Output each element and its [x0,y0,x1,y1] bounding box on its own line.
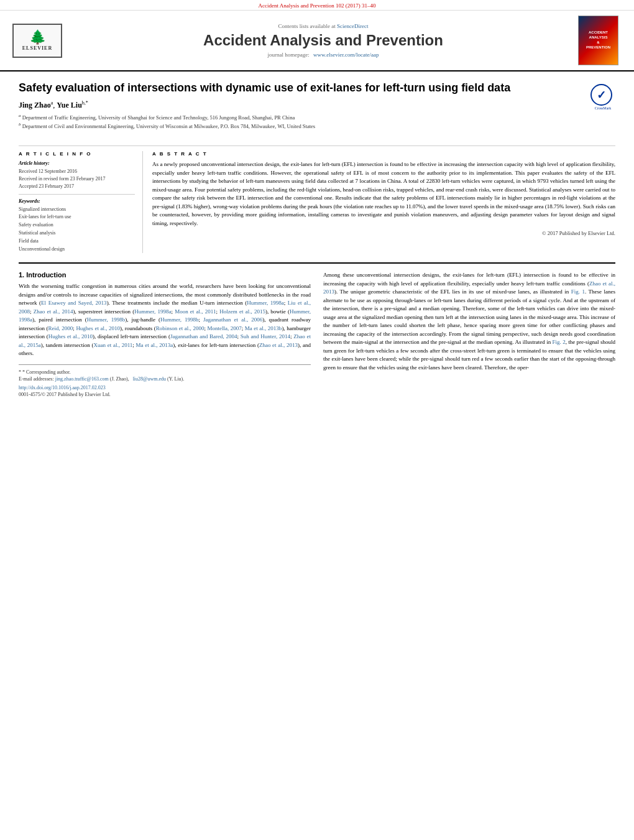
revised-date: Received in revised form 23 February 201… [19,175,135,182]
info-abstract-section: A R T I C L E I N F O Article history: R… [19,145,615,253]
ref-zhao-2014[interactable]: Zhao et al., 2014 [34,308,73,315]
journal-bar: Accident Analysis and Prevention 102 (20… [0,0,634,11]
email2-link[interactable]: liu28@uwm.edu [133,376,166,382]
ref-el-esawey[interactable]: El Esawey and Sayed, 2013 [41,300,107,306]
ref-hummer-1998a-2[interactable]: Hummer, 1998a [134,308,171,315]
homepage-link[interactable]: www.elsevier.com/locate/aap [313,52,379,58]
homepage-line: journal homepage: www.elsevier.com/locat… [68,52,578,58]
crossmark-symbol: ✓ [597,88,606,102]
ref-reid-2000[interactable]: Reid, 2000 [48,325,73,331]
ref-hummer-1998b-1[interactable]: Hummer, 1998b [87,316,125,323]
ref-fig1[interactable]: Fig. 1 [571,288,585,295]
tree-icon: 🌲 [29,30,46,44]
intro-para-1: With the worsening traffic congestion in… [19,282,311,358]
ref-jagannathan-2006[interactable]: Jagannathan et al., 2006 [203,316,262,323]
ref-montella-2007[interactable]: Montella, 2007 [207,325,241,331]
keyword-5: Field data [19,238,135,246]
ref-moon-2011[interactable]: Moon et al., 2011 [175,308,216,315]
email-label: E-mail addresses: [19,376,54,382]
corresponding-author-note: * * Corresponding author. [19,369,311,376]
ref-hughes-2010-2[interactable]: Hughes et al., 2010 [48,333,93,339]
ref-suh-hunter[interactable]: Suh and Hunter, 2014 [241,333,290,339]
body-col-right: Among these unconventional intersection … [323,271,615,397]
body-columns: 1. Introduction With the worsening traff… [19,271,615,397]
journal-title: Accident Analysis and Prevention [68,32,578,49]
email2-attribution: (Y. Liu). [167,376,184,382]
authors-line: Jing Zhaoa, Yue Liub,* [19,100,584,110]
corresponding-label: * Corresponding author. [22,369,71,375]
ref-zhao-2013-1[interactable]: Zhao et al., 2013 [259,342,298,348]
keyword-6: Unconventional design [19,246,135,254]
email1-attribution: (J. Zhao), [110,376,129,382]
aff-a-text: Department of Traffic Engineering, Unive… [22,114,295,121]
article-history-title: Article history: [19,160,135,166]
ref-jagannathan-bared[interactable]: Jagannathan and Bared, 2004 [170,333,237,339]
ref-hughes-2010-1[interactable]: Hughes et al., 2010 [76,325,120,331]
section-1-number: 1. [19,271,26,279]
body-divider [19,262,615,264]
abstract-col: A B S T R A C T As a newly proposed unco… [152,151,615,253]
elsevier-wordmark: ELSEVIER [22,45,52,51]
abstract-heading: A B S T R A C T [152,151,615,157]
sciencedirect-link[interactable]: ScienceDirect [337,23,368,29]
journal-citation: Accident Analysis and Prevention 102 (20… [259,2,376,9]
header-section: 🌲 ELSEVIER Contents lists available at S… [0,11,634,72]
cover-image: ACCIDENTANALYSIS&PREVENTION [578,16,618,65]
author-1-sup: a [51,100,53,106]
keyword-2: Exit-lanes for left-turn use [19,213,135,221]
cover-text: ACCIDENTANALYSIS&PREVENTION [586,30,610,50]
ref-fig2[interactable]: Fig. 2 [553,339,566,345]
footnote-section: * * Corresponding author. E-mail address… [19,364,311,397]
article-title-section: Safety evaluation of intersections with … [19,81,615,139]
header-center: Contents lists available at ScienceDirec… [68,23,578,58]
doi-link[interactable]: http://dx.doi.org/10.1016/j.aap.2017.02.… [19,385,311,390]
crossmark-circle: ✓ [590,84,612,106]
received-date: Received 12 September 2016 [19,168,135,175]
main-content: Safety evaluation of intersections with … [0,72,634,407]
section-1-label: Introduction [26,271,66,279]
ref-hummer-1998a-1[interactable]: Hummer, 1998a [247,300,283,306]
author-2-name: Yue Liu [57,101,82,109]
abstract-copyright: © 2017 Published by Elsevier Ltd. [152,230,615,236]
section-1-title: 1. Introduction [19,271,311,279]
aff-b-text: Department of Civil and Environmental En… [22,123,315,129]
accepted-date: Accepted 23 February 2017 [19,183,135,190]
aff-a-letter: a [19,113,21,118]
author-2-sup: b,* [82,100,88,106]
crossmark-label: CrossMark [590,106,615,110]
author-1-name: Jing Zhao [19,101,51,109]
affiliation-a: a Department of Traffic Engineering, Uni… [19,113,584,121]
contents-label: Contents lists available at [278,23,336,29]
ref-holzem-2015[interactable]: Holzem et al., 2015 [219,308,265,315]
doi-text: http://dx.doi.org/10.1016/j.aap.2017.02.… [19,385,106,390]
ref-xuan-2011[interactable]: Xuan et al., 2011 [94,342,133,348]
journal-cover: ACCIDENTANALYSIS&PREVENTION [578,16,622,65]
ref-robinson-2000[interactable]: Robinson et al., 2000 [156,325,204,331]
email1-link[interactable]: jing.zhao.traffic@163.com [55,376,109,382]
article-info-heading: A R T I C L E I N F O [19,151,135,157]
contents-line: Contents lists available at ScienceDirec… [68,23,578,29]
ref-ma-2013a[interactable]: Ma et al., 2013a [136,342,173,348]
intro-para-2: Among these unconventional intersection … [323,271,615,372]
body-col-left: 1. Introduction With the worsening traff… [19,271,311,397]
authors-section: Jing Zhaoa, Yue Liub,* a Department of T… [19,100,584,129]
abstract-text: As a newly proposed unconventional inter… [152,160,615,228]
logo-box: 🌲 ELSEVIER [12,24,62,58]
aff-b-letter: b [19,122,21,127]
article-title-text: Safety evaluation of intersections with … [19,81,584,134]
page: Accident Analysis and Prevention 102 (20… [0,0,634,840]
keywords-title: Keywords: [19,198,135,204]
email-footnote: E-mail addresses: jing.zhao.traffic@163.… [19,376,311,382]
footer-copyright: 0001-4575/© 2017 Published by Elsevier L… [19,392,311,397]
info-divider [19,194,135,195]
ref-hummer-1998b-2[interactable]: Hummer, 1998b [160,316,198,323]
keywords-list: Signalized intersections Exit-lanes for … [19,206,135,254]
keyword-1: Signalized intersections [19,206,135,214]
elsevier-logo: 🌲 ELSEVIER [12,24,68,58]
article-title: Safety evaluation of intersections with … [19,81,584,95]
ref-ma-2013b[interactable]: Ma et al., 2013b [245,325,282,331]
crossmark-icon[interactable]: ✓ CrossMark [590,84,615,110]
affiliation-b: b Department of Civil and Environmental … [19,122,584,129]
keyword-4: Statistical analysis [19,229,135,238]
homepage-label: journal homepage: [268,52,310,58]
